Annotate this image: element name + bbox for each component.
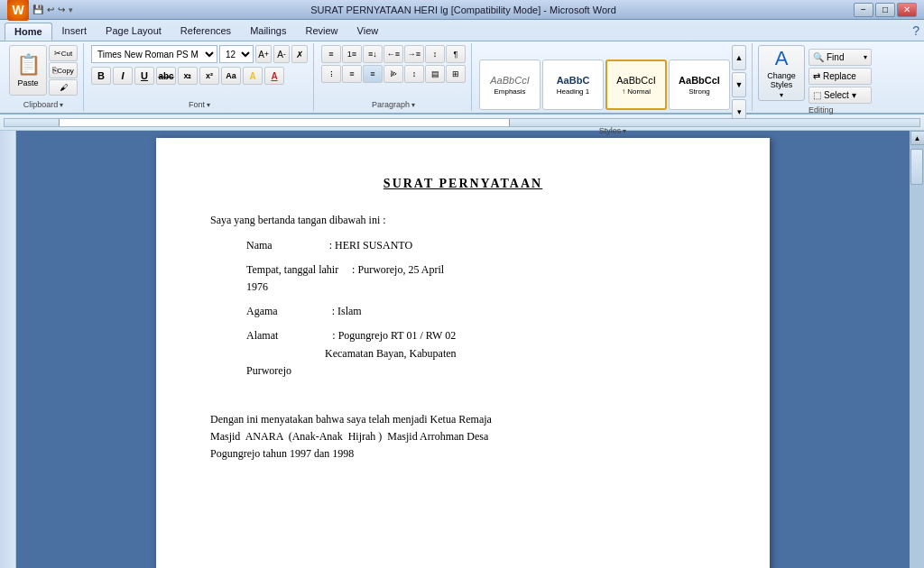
increase-indent[interactable]: →≡ xyxy=(404,45,424,63)
replace-button[interactable]: ⇄ Replace xyxy=(808,68,872,85)
paste-button[interactable]: 📋 Paste xyxy=(9,45,47,96)
font-color-button[interactable]: A xyxy=(264,67,284,85)
subscript-button[interactable]: x₂ xyxy=(178,67,198,85)
heading1-label: Heading 1 xyxy=(557,87,589,96)
paragraph-dengan: Dengan ini menyatakan bahwa saya telah m… xyxy=(210,411,716,463)
editing-group: 🔍 Find ▾ ⇄ Replace ⬚ Select ▾ Editing xyxy=(808,45,872,109)
font-label: Font ▾ xyxy=(189,98,210,109)
replace-icon: ⇄ xyxy=(813,71,820,81)
copy-button[interactable]: ⎘ Copy xyxy=(49,62,78,78)
find-arrow: ▾ xyxy=(864,53,867,61)
tab-mailings[interactable]: Mailings xyxy=(241,23,295,41)
bold-button[interactable]: B xyxy=(91,67,111,85)
editing-label: Editing xyxy=(808,104,872,115)
sort-button[interactable]: ↕ xyxy=(425,45,445,63)
font-group-content: Times New Roman PS M 12 A+ A- ✗ B I U ab… xyxy=(91,45,308,85)
font-size-select[interactable]: 12 xyxy=(219,45,254,63)
window-title: SURAT PERNYATAAN HERI lg [Compatibility … xyxy=(73,5,854,15)
ruler-track xyxy=(4,118,920,127)
change-styles-button[interactable]: A ChangeStyles ▾ xyxy=(758,45,805,101)
italic-button[interactable]: I xyxy=(113,67,133,85)
normal-label: ↑ Normal xyxy=(622,87,651,96)
scroll-thumb[interactable] xyxy=(910,149,923,185)
justify[interactable]: ⫸ xyxy=(383,65,403,83)
select-label: Select ▾ xyxy=(824,90,856,100)
highlight-color-button[interactable]: A xyxy=(243,67,263,85)
paste-label: Paste xyxy=(17,78,38,87)
font-name-select[interactable]: Times New Roman PS M xyxy=(91,45,217,63)
close-button[interactable]: ✕ xyxy=(897,3,917,17)
font-expand[interactable]: ▾ xyxy=(207,101,210,109)
scroll-track[interactable] xyxy=(910,145,925,568)
heading1-preview: AaBbC xyxy=(557,75,590,86)
format-painter-button[interactable]: 🖌 xyxy=(49,79,78,96)
clipboard-expand[interactable]: ▾ xyxy=(60,101,63,109)
para-row1: ≡ 1≡ ≡↓ ←≡ →≡ ↕ ¶ xyxy=(321,45,466,63)
bullets-button[interactable]: ≡ xyxy=(321,45,341,63)
decrease-font-size[interactable]: A- xyxy=(273,45,290,63)
emphasis-preview: AaBbCcI xyxy=(490,75,529,86)
tab-insert[interactable]: Insert xyxy=(53,23,97,41)
styles-group-content: AaBbCcI Emphasis AaBbC Heading 1 AaBbCcI… xyxy=(479,45,746,124)
quick-access-undo[interactable]: ↩ xyxy=(47,5,54,14)
paragraph-expand[interactable]: ▾ xyxy=(411,101,415,109)
paragraph-group: ≡ 1≡ ≡↓ ←≡ →≡ ↕ ¶ ⫶ ≡ ≡ ⫸ ↕ ▤ ⊞ xyxy=(316,43,472,111)
maximize-button[interactable]: □ xyxy=(875,3,895,17)
line-spacing[interactable]: ↕ xyxy=(404,65,424,83)
quick-access-save[interactable]: 💾 xyxy=(32,5,43,14)
increase-font-size[interactable]: A+ xyxy=(255,45,272,63)
show-formatting[interactable]: ¶ xyxy=(446,45,466,63)
style-heading1[interactable]: AaBbC Heading 1 xyxy=(542,60,604,110)
right-actions: A ChangeStyles ▾ 🔍 Find ▾ ⇄ Replace xyxy=(754,43,875,111)
multilevel-list[interactable]: ≡↓ xyxy=(363,45,383,63)
styles-group: AaBbCcI Emphasis AaBbC Heading 1 AaBbCcI… xyxy=(474,43,753,111)
cut-button[interactable]: ✂ Cut xyxy=(49,45,78,61)
tab-pagelayout[interactable]: Page Layout xyxy=(97,23,171,41)
decrease-indent[interactable]: ←≡ xyxy=(383,45,403,63)
paragraph-nama: Nama : HERI SUSANTO xyxy=(246,237,716,254)
superscript-button[interactable]: x² xyxy=(199,67,219,85)
para-row2: ⫶ ≡ ≡ ⫸ ↕ ▤ ⊞ xyxy=(321,65,466,83)
tab-review[interactable]: Review xyxy=(296,23,346,41)
select-icon: ⬚ xyxy=(813,90,821,100)
quick-access-redo[interactable]: ↪ xyxy=(58,5,65,14)
vertical-scrollbar[interactable]: ▲ ▼ xyxy=(910,131,924,568)
clipboard-label: Clipboard ▾ xyxy=(23,98,64,109)
ribbon-tabs: Home Insert Page Layout References Maili… xyxy=(0,20,924,41)
styles-scroll-up[interactable]: ▲ xyxy=(732,45,746,70)
shading-button[interactable]: ▤ xyxy=(425,65,445,83)
borders-button[interactable]: ⊞ xyxy=(446,65,466,83)
document-scroll-area[interactable]: SURAT PERNYATAAN Saya yang bertanda tang… xyxy=(16,131,910,568)
clear-formatting[interactable]: ✗ xyxy=(291,45,308,63)
text-effects-button[interactable]: Aa xyxy=(221,67,241,85)
font-top-row: Times New Roman PS M 12 A+ A- ✗ xyxy=(91,45,308,63)
style-emphasis[interactable]: AaBbCcI Emphasis xyxy=(479,60,541,110)
styles-expand-btn[interactable]: ▾ xyxy=(623,127,626,135)
tab-references[interactable]: References xyxy=(171,23,240,41)
office-logo[interactable]: W xyxy=(7,0,29,21)
paragraph-alamat: Alamat : Pogungrejo RT 01 / RW 02 Kecama… xyxy=(246,327,716,380)
help-icon[interactable]: ? xyxy=(912,23,919,41)
select-button[interactable]: ⬚ Select ▾ xyxy=(808,87,872,104)
format-painter-icon: 🖌 xyxy=(60,83,68,92)
styles-scroll-down[interactable]: ▼ xyxy=(732,72,746,97)
numbering-button[interactable]: 1≡ xyxy=(342,45,362,63)
document-page[interactable]: SURAT PERNYATAAN Saya yang bertanda tang… xyxy=(156,138,770,568)
strikethrough-button[interactable]: abc xyxy=(156,67,176,85)
align-right[interactable]: ≡ xyxy=(363,65,383,83)
document-area: SURAT PERNYATAAN Saya yang bertanda tang… xyxy=(0,131,924,568)
tab-home[interactable]: Home xyxy=(5,23,52,41)
scroll-up-button[interactable]: ▲ xyxy=(910,131,925,145)
underline-button[interactable]: U xyxy=(134,67,154,85)
font-bottom-row: B I U abc x₂ x² Aa A A xyxy=(91,67,308,85)
style-normal[interactable]: AaBbCcI ↑ Normal xyxy=(605,60,667,110)
title-bar: W 💾 ↩ ↪ ▾ SURAT PERNYATAAN HERI lg [Comp… xyxy=(0,0,924,20)
align-center[interactable]: ≡ xyxy=(342,65,362,83)
cut-icon: ✂ xyxy=(54,49,61,58)
minimize-button[interactable]: − xyxy=(854,3,873,17)
align-left[interactable]: ⫶ xyxy=(321,65,341,83)
style-strong[interactable]: AaBbCcI Strong xyxy=(669,60,730,110)
find-button[interactable]: 🔍 Find ▾ xyxy=(808,49,872,66)
tab-view[interactable]: View xyxy=(348,23,388,41)
copy-label: Copy xyxy=(57,67,74,75)
